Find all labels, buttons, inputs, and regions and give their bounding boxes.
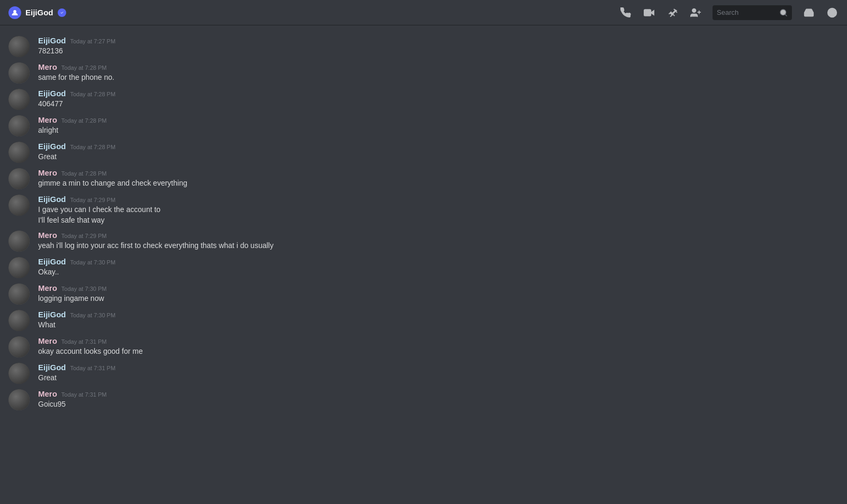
message-header: EijiGodToday at 7:27 PM bbox=[38, 36, 839, 45]
message-text: same for the phone no. bbox=[38, 72, 839, 83]
message-group: EijiGodToday at 7:28 PMGreat bbox=[0, 140, 847, 165]
title-bar-left: EijiGod bbox=[8, 6, 613, 19]
message-timestamp: Today at 7:31 PM bbox=[61, 391, 107, 398]
message-content: EijiGodToday at 7:28 PMGreat bbox=[38, 142, 839, 163]
messages-area: EijiGodToday at 7:27 PM782136MeroToday a… bbox=[0, 25, 847, 504]
message-text: I'll feel safe that way bbox=[38, 215, 839, 226]
avatar bbox=[8, 36, 30, 57]
title-bar: EijiGod bbox=[0, 0, 847, 25]
message-group: MeroToday at 7:28 PMalright bbox=[0, 113, 847, 139]
message-content: MeroToday at 7:28 PMgimme a min to chang… bbox=[38, 168, 839, 189]
message-text: I gave you can I check the account to bbox=[38, 205, 839, 215]
message-group: EijiGodToday at 7:29 PMI gave you can I … bbox=[0, 193, 847, 227]
title-bar-actions bbox=[619, 5, 839, 20]
message-group: MeroToday at 7:31 PMGoicu95 bbox=[0, 387, 847, 413]
avatar bbox=[8, 62, 30, 84]
message-content: EijiGodToday at 7:29 PMI gave you can I … bbox=[38, 195, 839, 225]
message-content: EijiGodToday at 7:27 PM782136 bbox=[38, 36, 839, 57]
message-content: EijiGodToday at 7:30 PMOkay.. bbox=[38, 257, 839, 278]
message-author: Mero bbox=[38, 168, 57, 177]
message-content: MeroToday at 7:31 PMokay account looks g… bbox=[38, 336, 839, 358]
avatar bbox=[8, 283, 30, 305]
message-content: EijiGodToday at 7:30 PMWhat bbox=[38, 310, 839, 331]
message-content: EijiGodToday at 7:31 PMGreat bbox=[38, 363, 839, 384]
message-author: EijiGod bbox=[38, 257, 66, 266]
message-group: MeroToday at 7:29 PMyeah i'll log into y… bbox=[0, 228, 847, 254]
search-bar[interactable] bbox=[713, 5, 792, 20]
message-text: 406477 bbox=[38, 99, 839, 109]
message-timestamp: Today at 7:30 PM bbox=[70, 259, 116, 265]
message-content: EijiGodToday at 7:28 PM406477 bbox=[38, 89, 839, 110]
message-author: EijiGod bbox=[38, 142, 66, 151]
search-input[interactable] bbox=[717, 8, 776, 16]
message-text: Okay.. bbox=[38, 267, 839, 278]
message-group: EijiGodToday at 7:30 PMOkay.. bbox=[0, 255, 847, 280]
message-header: EijiGodToday at 7:30 PM bbox=[38, 257, 839, 266]
search-icon[interactable] bbox=[779, 8, 788, 17]
message-header: EijiGodToday at 7:28 PM bbox=[38, 142, 839, 151]
dm-user-icon bbox=[8, 6, 21, 19]
message-header: MeroToday at 7:31 PM bbox=[38, 389, 839, 398]
avatar bbox=[8, 89, 30, 110]
video-call-icon[interactable] bbox=[643, 6, 655, 19]
phone-call-icon[interactable] bbox=[619, 6, 632, 19]
message-timestamp: Today at 7:29 PM bbox=[61, 233, 107, 239]
message-group: MeroToday at 7:31 PMokay account looks g… bbox=[0, 334, 847, 360]
message-author: Mero bbox=[38, 62, 57, 71]
message-header: MeroToday at 7:28 PM bbox=[38, 168, 839, 177]
message-text: gimme a min to change and check everythi… bbox=[38, 178, 839, 189]
message-author: Mero bbox=[38, 336, 57, 345]
avatar bbox=[8, 336, 30, 358]
message-author: EijiGod bbox=[38, 89, 66, 98]
message-content: MeroToday at 7:30 PMlogging ingame now bbox=[38, 283, 839, 305]
message-timestamp: Today at 7:31 PM bbox=[70, 365, 116, 371]
message-header: MeroToday at 7:28 PM bbox=[38, 62, 839, 71]
message-text: logging ingame now bbox=[38, 294, 839, 304]
message-group: MeroToday at 7:30 PMlogging ingame now bbox=[0, 281, 847, 307]
message-group: MeroToday at 7:28 PMsame for the phone n… bbox=[0, 60, 847, 86]
add-friend-icon[interactable] bbox=[689, 6, 702, 19]
message-header: MeroToday at 7:28 PM bbox=[38, 115, 839, 124]
verified-badge-icon bbox=[58, 8, 66, 17]
avatar bbox=[8, 310, 30, 331]
message-header: MeroToday at 7:31 PM bbox=[38, 336, 839, 345]
message-timestamp: Today at 7:27 PM bbox=[70, 38, 116, 44]
message-author: EijiGod bbox=[38, 310, 66, 319]
pin-icon[interactable] bbox=[666, 6, 679, 19]
message-timestamp: Today at 7:28 PM bbox=[70, 91, 116, 97]
message-author: EijiGod bbox=[38, 363, 66, 372]
help-icon[interactable] bbox=[826, 6, 839, 19]
svg-line-8 bbox=[785, 14, 787, 16]
message-header: MeroToday at 7:30 PM bbox=[38, 283, 839, 292]
message-author: Mero bbox=[38, 231, 57, 240]
message-text: 782136 bbox=[38, 46, 839, 57]
avatar bbox=[8, 389, 30, 410]
message-text: Great bbox=[38, 152, 839, 162]
message-timestamp: Today at 7:28 PM bbox=[61, 170, 107, 177]
message-timestamp: Today at 7:28 PM bbox=[61, 117, 107, 124]
message-content: MeroToday at 7:28 PMalright bbox=[38, 115, 839, 136]
message-group: MeroToday at 7:28 PMgimme a min to chang… bbox=[0, 166, 847, 191]
message-text: yeah i'll log into your acc first to che… bbox=[38, 241, 839, 251]
avatar bbox=[8, 195, 30, 216]
avatar bbox=[8, 231, 30, 252]
svg-point-4 bbox=[692, 8, 696, 12]
message-group: EijiGodToday at 7:27 PM782136 bbox=[0, 34, 847, 59]
message-timestamp: Today at 7:28 PM bbox=[70, 144, 116, 150]
avatar bbox=[8, 168, 30, 189]
inbox-icon[interactable] bbox=[803, 6, 815, 19]
message-content: MeroToday at 7:28 PMsame for the phone n… bbox=[38, 62, 839, 84]
svg-point-0 bbox=[13, 10, 16, 13]
message-group: EijiGodToday at 7:31 PMGreat bbox=[0, 361, 847, 386]
message-text: okay account looks good for me bbox=[38, 346, 839, 357]
message-header: EijiGodToday at 7:30 PM bbox=[38, 310, 839, 319]
message-header: EijiGodToday at 7:29 PM bbox=[38, 195, 839, 204]
message-author: Mero bbox=[38, 115, 57, 124]
message-author: Mero bbox=[38, 283, 57, 292]
svg-rect-3 bbox=[644, 10, 651, 16]
message-author: EijiGod bbox=[38, 195, 66, 204]
message-header: MeroToday at 7:29 PM bbox=[38, 231, 839, 240]
message-timestamp: Today at 7:30 PM bbox=[70, 312, 116, 318]
dm-username: EijiGod bbox=[25, 8, 53, 17]
avatar bbox=[8, 257, 30, 278]
